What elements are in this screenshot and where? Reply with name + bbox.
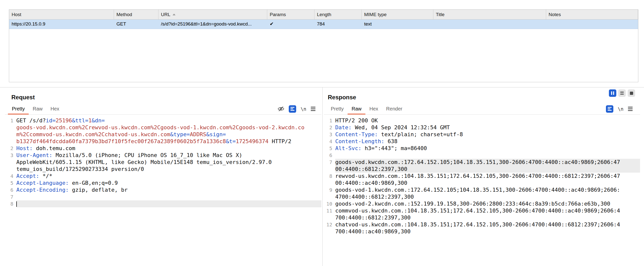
code-segment: Mozilla/5.0 (iPhone; CPU iPhone OS 16_7_… <box>52 152 242 158</box>
editor-row: Accept: */* <box>16 173 322 180</box>
column-header-title[interactable]: Title <box>433 10 546 19</box>
cell-host: https://20.15.0.9 <box>9 20 114 29</box>
cell-method: GET <box>114 20 158 29</box>
line-number: 4 <box>324 138 335 145</box>
cell-url: /s/d?id=25196&ttl=1&dn=goods-vod.kwcd... <box>158 20 267 29</box>
request-editor[interactable]: 1GET /s/d?id=25196&ttl=1&dn=goods-vod.kw… <box>5 117 322 207</box>
editor-row: b1327df464fdcdda60fa7379b3bd7f10f5fec00f… <box>16 138 322 145</box>
format-toggle-button[interactable] <box>606 105 613 113</box>
editor-row: rewvod-us.kwcdn.com.:104.18.35.151;172.6… <box>335 173 640 180</box>
editor-line-content: Accept-Language: en-GB,en;q=0.9 <box>16 180 322 187</box>
code-segment: Accept-Language: <box>16 180 69 186</box>
table-header-row: HostMethodURLParamsLengthMIME typeTitleN… <box>9 10 638 20</box>
cell-length: 784 <box>314 20 362 29</box>
editor-row: Accept-Language: en-GB,en;q=0.9 <box>16 180 322 187</box>
column-header-label: Method <box>116 12 132 17</box>
panel-divider[interactable] <box>322 87 322 266</box>
cell-notes <box>546 20 638 29</box>
editor-row: temu_ios_build/1725290273334 pversion/0 <box>16 166 322 173</box>
editor-line: 5Accept-Language: en-GB,en;q=0.9 <box>5 180 322 187</box>
editor-row: Alt-Svc: h3=":443"; ma=86400 <box>335 145 640 152</box>
code-segment: 1725496374 <box>236 138 268 144</box>
tab-hex[interactable]: Hex <box>366 103 382 114</box>
column-header-host[interactable]: Host <box>9 10 114 19</box>
editor-row: goods-vod.kwcdn.com%2Crewvod-us.kwcdn.co… <box>16 124 322 131</box>
line-number: 5 <box>324 145 335 152</box>
line-number: 12 <box>324 221 335 235</box>
editor-line: 4Content-Length: 638 <box>324 138 640 145</box>
editor-row: commvod-us.kwcdn.com.:104.18.35.151;172.… <box>335 207 640 214</box>
format-toggle-button[interactable] <box>289 105 296 113</box>
editor-line-content <box>16 193 322 200</box>
editor-row: Accept-Encoding: gzip, deflate, br <box>16 187 322 193</box>
code-segment: gzip, deflate, br <box>69 187 128 193</box>
tab-hex[interactable]: Hex <box>46 103 63 114</box>
column-header-label: URL <box>161 12 170 17</box>
column-header-label: Title <box>436 12 444 17</box>
tab-raw[interactable]: Raw <box>348 103 366 114</box>
response-editor[interactable]: 1HTTP/2 200 OK2Date: Wed, 04 Sep 2024 12… <box>324 117 640 235</box>
editor-row: Content-Length: 638 <box>335 138 640 145</box>
tab-pretty[interactable]: Pretty <box>8 103 29 114</box>
editor-row: Content-Type: text/plain; charset=utf-8 <box>335 131 640 138</box>
code-segment: &type= <box>170 131 190 138</box>
request-toolbar: \n <box>278 103 316 114</box>
editor-line: 5Alt-Svc: h3=":443"; ma=86400 <box>324 145 640 152</box>
editor-line-content: rewvod-us.kwcdn.com.:104.18.35.151;172.6… <box>335 173 640 187</box>
column-header-mime[interactable]: MIME type <box>362 10 433 19</box>
line-number: 1 <box>324 117 335 124</box>
editor-row: Date: Wed, 04 Sep 2024 12:32:54 GMT <box>335 124 640 131</box>
line-number: 7 <box>5 193 16 200</box>
line-number: 3 <box>324 131 335 138</box>
column-header-length[interactable]: Length <box>314 10 362 19</box>
code-segment: Content-Length: <box>335 138 384 144</box>
editor-menu-icon[interactable] <box>628 107 633 111</box>
response-tabbar: PrettyRawHexRender \n <box>324 103 640 115</box>
nonprintable-toggle[interactable]: \n <box>300 106 306 112</box>
line-number: 7 <box>324 159 335 173</box>
message-editor-split: Request PrettyRawHex \n 1GET /s/d?id=251… <box>0 87 644 266</box>
editor-row: GET /s/d?id=25196&ttl=1&dn= <box>16 117 322 124</box>
code-segment: HTTP/2 <box>268 138 292 144</box>
line-number: 1 <box>5 117 16 145</box>
editor-row <box>335 152 640 159</box>
editor-line: 6Accept-Encoding: gzip, deflate, br <box>5 187 322 193</box>
editor-line: 6 <box>324 152 640 159</box>
editor-row: Host: doh.temu.com <box>16 145 322 152</box>
tab-pretty[interactable]: Pretty <box>327 103 348 114</box>
editor-row: 700:4400::6812:2397,300 <box>335 214 640 221</box>
editor-line: 3Content-Type: text/plain; charset=utf-8 <box>324 131 640 138</box>
cell-params: ✔ <box>267 20 314 29</box>
column-header-method[interactable]: Method <box>114 10 158 19</box>
line-number: 5 <box>5 180 16 187</box>
editor-line: 2Host: doh.temu.com <box>5 145 322 152</box>
code-segment: goods-vod.kwcdn.com.:172.64.152.105;104.… <box>335 159 620 165</box>
code-segment: doh.temu.com <box>33 145 75 151</box>
editor-line: 8rewvod-us.kwcdn.com.:104.18.35.151;172.… <box>324 173 640 187</box>
column-header-label: Host <box>12 12 21 17</box>
editor-row: goods-vod.kwcdn.com.:172.64.152.105;104.… <box>335 159 640 166</box>
editor-line: 11commvod-us.kwcdn.com.:104.18.35.151;17… <box>324 207 640 221</box>
editor-row: 700:4400::ac40:9869,300 <box>335 228 640 235</box>
eye-off-icon[interactable] <box>278 105 284 112</box>
table-row[interactable]: https://20.15.0.9GET/s/d?id=25196&ttl=1&… <box>9 20 638 29</box>
code-segment: rewvod-us.kwcdn.com.:104.18.35.151;172.6… <box>335 173 620 179</box>
code-segment: GET /s/d? <box>16 117 46 123</box>
nonprintable-toggle[interactable]: \n <box>618 106 624 112</box>
tab-render[interactable]: Render <box>382 103 406 114</box>
editor-line-content: chatvod-us.kwcdn.com.:104.18.35.151;172.… <box>335 221 640 235</box>
column-header-notes[interactable]: Notes <box>546 10 638 19</box>
code-segment: */* <box>39 173 52 179</box>
tab-raw[interactable]: Raw <box>29 103 46 114</box>
line-number: 6 <box>324 152 335 159</box>
response-tabs: PrettyRawHexRender <box>327 103 406 114</box>
column-header-url[interactable]: URL <box>158 10 267 19</box>
editor-menu-icon[interactable] <box>311 107 316 111</box>
editor-line-content: goods-vod-1.kwcdn.com.:172.64.152.105;10… <box>335 187 640 200</box>
editor-line-content: Content-Type: text/plain; charset=utf-8 <box>335 131 640 138</box>
table-body: https://20.15.0.9GET/s/d?id=25196&ttl=1&… <box>9 20 638 29</box>
column-header-params[interactable]: Params <box>267 10 314 19</box>
code-segment: Date: <box>335 124 352 130</box>
request-tabs: PrettyRawHex <box>8 103 63 114</box>
editor-row: chatvod-us.kwcdn.com.:104.18.35.151;172.… <box>335 221 640 228</box>
